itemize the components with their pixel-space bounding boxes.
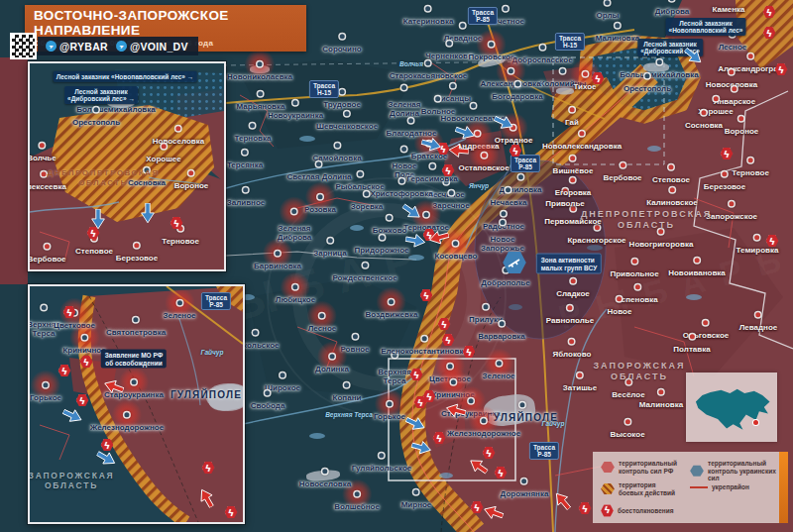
urban-area — [643, 63, 669, 72]
ukraine-shape — [691, 380, 772, 434]
inset-bottom-layer: Верхняя ТерсаЦветковоеСвятопетровкаЗелен… — [30, 286, 243, 522]
advance-arrow-red-icon — [467, 458, 489, 474]
fortified-line-icon — [690, 486, 708, 488]
town-marker: Хорошее — [146, 156, 180, 164]
river-label: Гайчур — [201, 349, 224, 356]
clash-icon: ϟ — [58, 365, 71, 377]
clash-icon: ϟ — [202, 462, 215, 475]
legend-item-rf-control: территориальный контроль сил РФ — [601, 460, 677, 475]
channel-handle: @RYBAR — [59, 41, 108, 53]
advance-arrow-red-icon — [427, 230, 449, 246]
advance-arrow-red-icon — [447, 143, 469, 159]
legend-item-combat-zone: территория боевых действий — [601, 481, 675, 496]
legend-label: укрепрайон — [712, 483, 749, 491]
legend-item-ua-control: территориальный контроль украинских сил — [690, 460, 779, 482]
legend-accent-strip — [779, 452, 788, 523]
forest-label: Лесной заказник «Дибровский лес» → — [64, 86, 138, 104]
telegram-icon: ➤ — [44, 39, 57, 53]
town-marker: Волчье — [28, 155, 57, 163]
forest-label: Лесной заказник «Новопавловский лес» → — [54, 71, 197, 82]
town-marker: Горькое — [30, 394, 61, 403]
activity-zone-ellipse — [475, 160, 606, 339]
channel-chip: ➤ @RYBAR — [46, 41, 108, 53]
advance-arrow-red-icon — [482, 504, 504, 520]
clash-icon: ϟ — [76, 394, 89, 407]
advance-arrow-blue-icon — [405, 233, 427, 249]
town-marker: Орестополь — [72, 119, 120, 128]
war-map: РЫБАРЬ РЫБАРЬ СорочиноКатериновкаЛевадно… — [0, 0, 793, 532]
ua-control-swatch-icon — [690, 465, 704, 477]
rf-control-swatch-icon — [601, 462, 615, 474]
legend-label: территориальный контроль сил РФ — [619, 460, 677, 475]
town-marker: Вербовое — [28, 256, 66, 265]
legend-label: боестолкновения — [618, 507, 674, 515]
ukraine-locator-map — [686, 372, 777, 442]
road-label: Трасса Р-85 — [201, 292, 231, 310]
town-marker: Цветковое — [54, 322, 95, 331]
town-marker: Святопетровка — [106, 329, 166, 338]
qr-code-icon — [12, 35, 35, 57]
urban-area — [206, 381, 245, 412]
channel-handle: @VOIN_DV — [130, 41, 188, 53]
town-marker: Степовое — [75, 248, 113, 257]
town-marker: Большемихайловка — [76, 106, 155, 115]
inset-map-gulyaipole: Верхняя ТерсаЦветковоеСвятопетровкаЗелен… — [28, 284, 245, 524]
telegram-icon: ➤ — [114, 39, 128, 53]
advance-arrow-blue-icon — [683, 49, 705, 64]
advance-arrow-red-icon — [551, 492, 573, 508]
legend-label: территориальный контроль украинских сил — [708, 460, 779, 482]
town-marker: Верхняя Терса — [28, 321, 60, 338]
inset-top-layer: БольшемихайловкаОрестопольНовоселовкаХор… — [30, 63, 224, 269]
advance-arrow-blue-icon — [401, 204, 423, 220]
page-title: ВОСТОЧНО-ЗАПОРОЖСКОЕ НАПРАВЛЕНИЕ — [34, 8, 297, 38]
legend-item-clashes: ϟ боестолкновения — [601, 504, 674, 517]
clash-icon: ϟ — [225, 506, 238, 519]
clash-icon: ϟ — [63, 306, 76, 319]
advance-arrow-red-icon — [444, 402, 466, 418]
region-amber-label: ДНЕПРОПЕТРОВСКАЯ ОБЛАСТЬ — [47, 168, 159, 188]
town-marker: Березовое — [116, 255, 158, 264]
legend-item-fortified-area: укрепрайон — [690, 483, 749, 491]
advance-arrow-blue-icon — [455, 125, 477, 141]
clash-icon: ϟ — [170, 217, 183, 230]
inset-map-novopavlovsky-forest: БольшемихайловкаОрестопольНовоселовкаХор… — [28, 61, 226, 271]
legend-label: территория боевых действий — [619, 481, 675, 496]
region-teal-label: ЗАПОРОЖСКАЯ ОБЛАСТЬ — [29, 471, 115, 490]
clash-icon: ϟ — [80, 356, 93, 369]
urban-area — [250, 65, 270, 73]
town-marker: Новоселовка — [153, 138, 204, 147]
mo-label: Заявление МО РФ об освобождении — [101, 350, 167, 369]
town-marker: Вороное — [174, 182, 209, 191]
channel-bar: ➤ @RYBAR ➤ @VOIN_DV — [38, 37, 198, 55]
advance-arrow-blue-icon — [405, 416, 427, 432]
location-marker — [753, 420, 758, 425]
urban-area — [556, 88, 574, 95]
town-marker: Криничное — [62, 347, 105, 356]
town-marker: Терновое — [162, 238, 199, 247]
town-marker: Сосновка — [128, 179, 166, 188]
legend-panel: территориальный контроль сил РФ территор… — [593, 452, 779, 523]
town-marker: Зеленое — [163, 312, 195, 321]
clash-icon: ϟ — [601, 504, 614, 517]
advance-arrow-blue-icon — [421, 137, 443, 153]
channel-chip: ➤ @VOIN_DV — [116, 41, 188, 53]
town-marker: Железнодорожное — [90, 424, 164, 433]
advance-arrow-blue-icon — [411, 440, 433, 456]
combat-zone-swatch-icon — [601, 483, 615, 495]
town-marker: Алексеевка — [28, 183, 66, 192]
advance-arrow-blue-icon — [494, 115, 515, 131]
